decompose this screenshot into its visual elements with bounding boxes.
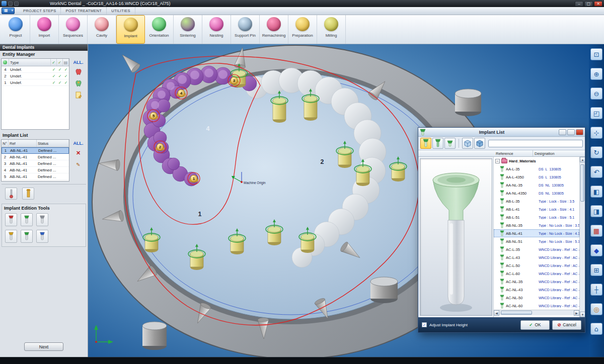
implant-row[interactable]: 4 AB-NL-41 Defined ... xyxy=(2,167,69,173)
ribbon-import[interactable]: Import xyxy=(30,15,59,44)
iso-view-icon[interactable]: ◨ xyxy=(590,205,602,217)
expander-icon[interactable]: − xyxy=(495,159,500,163)
implant-item-row[interactable]: AA-NL-4350 DS_NL_130805 xyxy=(494,189,579,197)
implant-move-tool[interactable] xyxy=(5,213,17,226)
dialog-close-button[interactable] xyxy=(576,129,583,135)
rotate-view-icon[interactable]: ↻ xyxy=(590,146,602,158)
check2-column-icon[interactable]: ✓ xyxy=(57,59,63,66)
implant-item-row[interactable]: AB-NL-41 Type : No Lock - Size : 4.1 xyxy=(494,229,579,237)
maximize-button[interactable]: ▢ xyxy=(584,1,593,7)
ribbon-milling[interactable]: Milling xyxy=(317,15,346,44)
implant-item-row[interactable]: AB-NL-35 Type : No Lock - Size : 3.5 xyxy=(494,221,579,229)
select-all-entities-link[interactable]: ALL. xyxy=(73,60,84,65)
notes-icon[interactable] xyxy=(74,90,83,100)
fixation-screw-icon[interactable] xyxy=(22,188,34,200)
implant-snap-tool[interactable] xyxy=(21,230,33,243)
implant-item-row[interactable]: AC-L-35 WNCD Library - Ref : AC - Typ xyxy=(494,245,579,253)
view-cube-button[interactable] xyxy=(462,138,473,149)
scrollbar-thumb[interactable] xyxy=(501,311,532,315)
implant-item-row[interactable]: AC-NL-35 WNCD Library - Ref : AC - Typ xyxy=(494,278,579,286)
ribbon-remachining[interactable]: Remachining xyxy=(260,15,288,44)
ribbon-sequences[interactable]: Sequences xyxy=(59,15,88,44)
previous-view-icon[interactable]: ↶ xyxy=(590,166,602,178)
implant-item-row[interactable]: AB-NL-51 Type : No Lock - Size : 5.1 xyxy=(494,237,579,245)
implant-item-row[interactable]: AC-NL-60 WNCD Library - Ref : AC - Typ xyxy=(494,302,579,310)
implant-item-row[interactable]: AC-L-60 WNCD Library - Ref : AC - Typ xyxy=(494,269,579,278)
check-column-icon[interactable]: ✓ xyxy=(51,59,57,66)
pan-icon[interactable]: ⊹ xyxy=(590,127,602,139)
dialog-minimize-button[interactable] xyxy=(559,129,566,135)
implant-axis-tool[interactable] xyxy=(5,230,17,243)
zoom-fit-icon[interactable]: ⊡ xyxy=(590,48,602,60)
scroll-down-button[interactable]: ▼ xyxy=(580,312,585,317)
front-view-icon[interactable]: ◧ xyxy=(590,186,602,198)
edit-implant-icon[interactable]: ✎ xyxy=(74,160,83,169)
implant-view-head-button[interactable] xyxy=(444,138,456,149)
scrollbar-thumb[interactable] xyxy=(580,164,584,202)
measure-icon[interactable]: ┼ xyxy=(590,284,602,296)
ribbon-sintering[interactable]: Sintering xyxy=(174,15,202,44)
zoom-out-icon[interactable]: ⊖ xyxy=(590,87,602,100)
ok-button[interactable]: ✓OK xyxy=(520,320,550,330)
ribbon-implant[interactable]: Implant xyxy=(116,15,145,44)
implant-row[interactable]: 2 AB-NL-41 Defined ... xyxy=(2,154,69,160)
close-button[interactable]: ✕ xyxy=(594,1,602,7)
ribbon-cavity[interactable]: Cavity xyxy=(88,15,116,44)
tab-project-steps[interactable]: PROJECT STEPS xyxy=(19,7,61,15)
reference-column-header[interactable]: Reference xyxy=(418,150,533,156)
cancel-button[interactable]: ⊘Cancel xyxy=(552,320,581,330)
implant-item-row[interactable]: AB-L-51 Type : Lock - Size : 5.1 xyxy=(494,213,579,221)
implant-item-row[interactable]: AA-NL-35 DS_NL_130805 xyxy=(494,181,579,189)
entity-row[interactable]: 2 Undef. ✓ ✓ ✓ xyxy=(2,73,69,79)
scroll-right-button[interactable]: ▶ xyxy=(574,310,579,316)
implant-rotate-tool[interactable] xyxy=(21,213,33,226)
scrollbar-track[interactable] xyxy=(499,310,574,315)
implant-view-body-button[interactable] xyxy=(432,138,443,149)
grid-icon[interactable]: ⊞ xyxy=(590,264,602,276)
implant-item-row[interactable]: AA-L-35 DS_L_130805 xyxy=(494,165,579,173)
implant-frame-tool[interactable] xyxy=(36,230,48,243)
horizontal-scrollbar[interactable]: ◀ ▶ xyxy=(494,310,579,315)
ribbon-support-pin[interactable]: Support Pin xyxy=(231,15,260,44)
ref-column-header[interactable]: Ref xyxy=(9,140,37,147)
status-column-header[interactable]: Status xyxy=(37,140,69,147)
ribbon-preparation[interactable]: Preparation xyxy=(288,15,317,44)
implant-item-row[interactable]: AB-L-35 Type : Lock - Size : 3.5 xyxy=(494,197,579,205)
designation-column-header[interactable]: Designation xyxy=(533,151,585,156)
next-button[interactable]: Next xyxy=(24,342,63,351)
implant-view-full-button[interactable] xyxy=(420,138,431,149)
ribbon-project[interactable]: Project xyxy=(2,15,30,44)
implant-row[interactable]: 5 AB-NL-41 Defined ... xyxy=(2,173,69,180)
ribbon-orientation[interactable]: Orientation xyxy=(145,15,174,44)
view-cube-shaded-button[interactable] xyxy=(474,138,485,149)
vertical-scrollbar[interactable]: ▲ ▼ xyxy=(579,157,585,317)
sheet-column-icon[interactable]: ▤ xyxy=(63,59,69,66)
scrollbar-track[interactable] xyxy=(580,162,585,312)
adjust-implant-height-checkbox[interactable]: ✓ xyxy=(422,322,427,327)
tree-root-row[interactable]: − Hard_Materials xyxy=(494,157,579,165)
minimize-button[interactable]: – xyxy=(575,1,583,7)
zoom-window-icon[interactable]: ◰ xyxy=(590,107,602,119)
implant-item-row[interactable]: AA-L-4350 DS_L_130805 xyxy=(494,173,579,181)
ribbon-nesting[interactable]: Nesting xyxy=(202,15,231,44)
implant-item-row[interactable]: AB-L-41 Type : Lock - Size : 4.1 xyxy=(494,205,579,213)
implant-preview-3d[interactable] xyxy=(420,158,492,316)
implant-item-row[interactable]: AC-L-43 WNCD Library - Ref : AC - Typ xyxy=(494,253,579,261)
implant-item-row[interactable]: AC-L-50 WNCD Library - Ref : AC - Typ xyxy=(494,261,579,269)
implant-height-tool[interactable] xyxy=(36,213,48,226)
dialog-maximize-button[interactable] xyxy=(567,129,575,135)
app-menu-button[interactable] xyxy=(2,8,15,14)
scroll-left-button[interactable]: ◀ xyxy=(494,310,499,316)
implant-row[interactable]: 1 AB-NL-41 Defined ... xyxy=(2,147,69,154)
tab-post-treatment[interactable]: POST TREATMENT xyxy=(61,7,107,15)
tooth-color-icon[interactable] xyxy=(74,79,83,88)
implant-item-row[interactable]: AC-NL-43 WNCD Library - Ref : AC - Typ xyxy=(494,286,579,294)
zoom-in-icon[interactable]: ⊕ xyxy=(590,68,602,80)
delete-implant-icon[interactable]: ✕ xyxy=(74,148,83,157)
measure-probe-icon[interactable] xyxy=(5,188,17,200)
target-icon[interactable]: ◎ xyxy=(590,303,602,315)
selection-filter-icon[interactable]: ◆ xyxy=(590,244,602,256)
entity-row[interactable]: 4 Undef. ✓ ✓ ✓ xyxy=(2,66,69,73)
undo-icon[interactable] xyxy=(14,2,19,6)
implant-row[interactable]: 3 AB-NL-41 Defined ... xyxy=(2,160,69,167)
